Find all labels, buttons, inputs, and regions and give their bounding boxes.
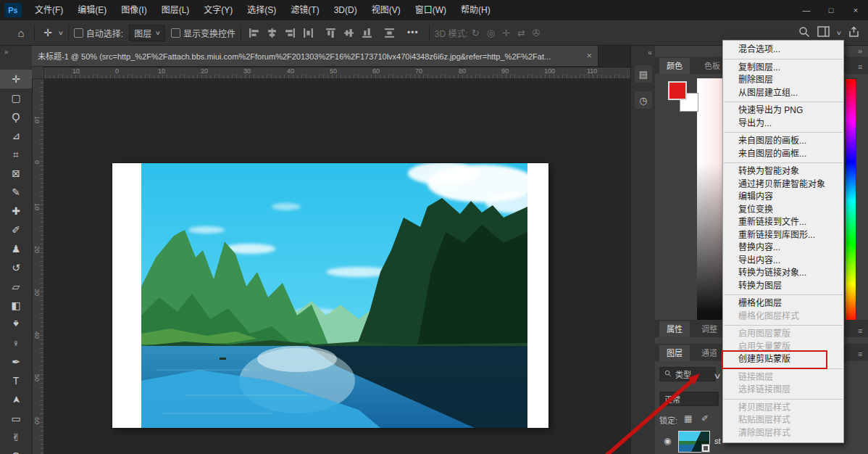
chevron-down-icon[interactable]: ∨ <box>713 371 721 381</box>
clone-stamp-tool[interactable]: ♟ <box>0 239 32 258</box>
layer-filter-dropdown[interactable]: 类型 <box>659 367 716 381</box>
align-center-horizontal-icon[interactable] <box>266 27 278 39</box>
menubar-item[interactable]: 帮助(H) <box>454 0 498 20</box>
home-icon[interactable]: ⌂ <box>13 27 29 39</box>
eraser-tool[interactable]: ▱ <box>0 277 32 296</box>
tab-adjustments[interactable]: 调整 <box>694 321 725 337</box>
context-menu-item[interactable]: 创建剪贴蒙版 <box>723 353 843 366</box>
crop-tool[interactable]: ⌗ <box>0 145 32 164</box>
search-icon[interactable] <box>798 26 810 40</box>
context-menu-item[interactable]: 混合选项... <box>723 44 843 57</box>
context-menu-item[interactable]: 粘贴图层样式 <box>723 414 843 427</box>
context-menu-item[interactable]: 编辑内容 <box>723 191 843 204</box>
document-tab[interactable]: 未标题-1 @ 50% (src=http_%2F%2Fattach.bbs.m… <box>32 45 598 66</box>
document-canvas[interactable] <box>112 163 548 428</box>
foreground-color-swatch[interactable] <box>668 81 687 100</box>
tab-close-icon[interactable]: × <box>586 50 592 61</box>
maximize-button[interactable]: □ <box>819 0 843 20</box>
panel-menu-icon[interactable]: ≡ <box>858 350 862 358</box>
object-selection-tool[interactable]: ⊿ <box>0 126 32 145</box>
chevron-down-icon[interactable]: ∨ <box>836 30 842 36</box>
lock-transparency-icon[interactable]: ▦ <box>684 413 692 424</box>
3d-roll-icon[interactable]: ◎ <box>487 28 495 38</box>
tab-channels[interactable]: 通道 <box>694 345 725 361</box>
context-menu-item[interactable]: 转换为智能对象 <box>723 165 843 178</box>
tab-layers[interactable]: 图层 <box>659 345 690 361</box>
panel-menu-icon[interactable]: ≡ <box>858 62 862 71</box>
3d-slide-icon[interactable]: ⇄ <box>517 28 525 38</box>
menubar-item[interactable]: 图层(L) <box>154 0 197 20</box>
menubar-item[interactable]: 文字(Y) <box>196 0 240 20</box>
layer-visibility-eye-icon[interactable]: ◉ <box>664 436 671 446</box>
distribute-vertical-icon[interactable] <box>383 27 396 39</box>
layer-name[interactable]: st <box>714 437 721 445</box>
history-brush-tool[interactable]: ↺ <box>0 258 32 277</box>
pen-tool[interactable]: ✒ <box>0 352 32 371</box>
menubar-item[interactable]: 3D(D) <box>327 0 364 20</box>
brush-tool[interactable]: ✐ <box>0 220 32 239</box>
align-top-icon[interactable] <box>325 27 337 39</box>
workspace-icon[interactable] <box>817 26 830 39</box>
context-menu-item[interactable]: 删除图层 <box>723 74 843 87</box>
menubar-item[interactable]: 窗口(W) <box>408 0 454 20</box>
frame-tool[interactable]: ⊠ <box>0 164 32 183</box>
context-menu-item[interactable]: 重新链接到文件... <box>723 216 843 229</box>
auto-select-checkbox[interactable] <box>74 28 83 38</box>
distribute-horizontal-icon[interactable] <box>302 27 314 39</box>
ruler-origin-corner[interactable] <box>32 67 44 79</box>
vertical-ruler[interactable] <box>32 78 44 454</box>
context-menu-item[interactable]: 栅格化图层 <box>723 297 843 310</box>
context-menu-item[interactable]: 快速导出为 PNG <box>723 104 843 117</box>
context-menu-item[interactable]: 栅格化图层样式 <box>723 310 843 323</box>
horizontal-ruler[interactable] <box>32 67 630 79</box>
marquee-tool[interactable]: ▢ <box>0 88 32 107</box>
show-transform-checkbox[interactable] <box>171 28 180 38</box>
tab-color[interactable]: 颜色 <box>659 58 690 74</box>
hand-tool[interactable]: ✌ <box>0 428 32 447</box>
context-menu-item[interactable]: 来自图层的画框... <box>723 148 843 161</box>
menubar-item[interactable]: 滤镜(T) <box>283 0 326 20</box>
blur-tool[interactable]: ♠ <box>0 315 32 334</box>
libraries-icon[interactable]: ▤ <box>635 65 652 83</box>
menubar-item[interactable]: 编辑(E) <box>70 0 114 20</box>
3d-camera-icon[interactable]: ✇ <box>533 28 541 38</box>
history-icon[interactable]: ◷ <box>635 91 652 109</box>
align-middle-icon[interactable] <box>343 27 355 39</box>
context-menu-item[interactable]: 替换内容... <box>723 242 843 255</box>
move-tool-icon[interactable]: ✛ <box>40 27 56 38</box>
layer-thumbnail[interactable] <box>678 431 710 453</box>
panel-menu-icon[interactable]: ≡ <box>858 326 862 335</box>
align-left-icon[interactable] <box>248 27 260 39</box>
context-menu-item[interactable]: 选择链接图层 <box>723 384 843 397</box>
context-menu-item[interactable]: 来自图层的画板... <box>723 135 843 148</box>
context-menu-item[interactable]: 复位变换 <box>723 204 843 217</box>
tab-properties[interactable]: 属性 <box>659 321 690 337</box>
hue-slider[interactable] <box>845 78 856 324</box>
context-menu-item[interactable]: 清除图层样式 <box>723 427 843 440</box>
canvas-area[interactable] <box>43 78 630 454</box>
context-menu-item[interactable]: 复制图层... <box>723 62 843 75</box>
path-select-tool[interactable]: ➤ <box>7 384 25 416</box>
tools-collapse-icon[interactable]: » <box>0 45 32 70</box>
healing-brush-tool[interactable]: ✚ <box>0 202 32 220</box>
blend-mode-dropdown[interactable]: 正常 <box>659 392 719 406</box>
gradient-tool[interactable]: ◧ <box>0 296 32 315</box>
zoom-tool[interactable]: Q <box>0 447 32 454</box>
menubar-item[interactable]: 文件(F) <box>28 0 70 20</box>
context-menu-item[interactable]: 启用图层蒙版 <box>723 328 843 341</box>
3d-pan-icon[interactable]: ✛ <box>502 28 510 38</box>
chevron-down-icon[interactable]: ∨ <box>58 30 64 36</box>
menubar-item[interactable]: 选择(S) <box>240 0 283 20</box>
menubar-item[interactable]: 图像(I) <box>114 0 154 20</box>
lock-pixels-icon[interactable]: ✐ <box>701 413 709 424</box>
share-icon[interactable] <box>848 26 859 40</box>
context-menu-item[interactable]: 转换为图层 <box>723 280 843 293</box>
context-menu-item[interactable]: 拷贝图层样式 <box>723 402 843 415</box>
align-more-options-icon[interactable]: ••• <box>407 28 419 38</box>
menubar-item[interactable]: 视图(V) <box>364 0 408 20</box>
align-right-icon[interactable] <box>284 27 296 39</box>
expand-panels-icon[interactable]: » <box>858 46 862 55</box>
auto-select-target-dropdown[interactable]: 图层 ∨ <box>129 25 165 41</box>
context-menu-item[interactable]: 导出为... <box>723 117 843 131</box>
minimize-button[interactable]: — <box>794 0 819 20</box>
